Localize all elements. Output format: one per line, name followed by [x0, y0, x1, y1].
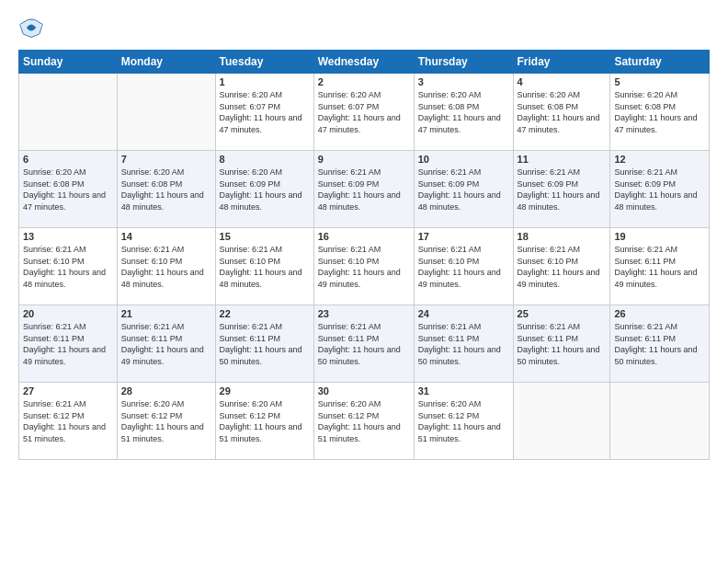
calendar-cell: 7Sunrise: 6:20 AM Sunset: 6:08 PM Daylig…: [117, 151, 215, 228]
day-number: 10: [418, 154, 509, 165]
day-info: Sunrise: 6:21 AM Sunset: 6:11 PM Dayligh…: [23, 321, 113, 367]
day-number: 9: [318, 154, 410, 165]
calendar-cell: 5Sunrise: 6:20 AM Sunset: 6:08 PM Daylig…: [610, 74, 710, 151]
day-number: 6: [23, 154, 113, 165]
day-info: Sunrise: 6:20 AM Sunset: 6:07 PM Dayligh…: [318, 89, 410, 135]
day-number: 19: [614, 231, 705, 242]
weekday-header-row: SundayMondayTuesdayWednesdayThursdayFrid…: [19, 51, 710, 74]
calendar-cell: 31Sunrise: 6:20 AM Sunset: 6:12 PM Dayli…: [414, 383, 513, 460]
weekday-header-thursday: Thursday: [414, 51, 513, 74]
day-info: Sunrise: 6:21 AM Sunset: 6:09 PM Dayligh…: [418, 167, 509, 213]
calendar-cell: 25Sunrise: 6:21 AM Sunset: 6:11 PM Dayli…: [513, 305, 610, 383]
day-number: 28: [121, 385, 211, 396]
day-number: 11: [518, 154, 607, 165]
day-number: 21: [121, 308, 211, 319]
day-number: 12: [614, 154, 705, 165]
day-info: Sunrise: 6:21 AM Sunset: 6:11 PM Dayligh…: [121, 321, 211, 367]
day-number: 13: [23, 231, 113, 242]
day-info: Sunrise: 6:21 AM Sunset: 6:11 PM Dayligh…: [614, 244, 705, 290]
calendar-cell: 2Sunrise: 6:20 AM Sunset: 6:07 PM Daylig…: [313, 74, 414, 151]
day-number: 31: [418, 385, 509, 396]
calendar-cell: [610, 383, 710, 460]
calendar-table: SundayMondayTuesdayWednesdayThursdayFrid…: [18, 50, 710, 460]
calendar-cell: [513, 383, 610, 460]
day-info: Sunrise: 6:21 AM Sunset: 6:09 PM Dayligh…: [518, 167, 607, 213]
day-info: Sunrise: 6:20 AM Sunset: 6:07 PM Dayligh…: [220, 89, 310, 135]
day-number: 4: [518, 76, 607, 87]
calendar-cell: 6Sunrise: 6:20 AM Sunset: 6:08 PM Daylig…: [19, 151, 118, 228]
day-info: Sunrise: 6:21 AM Sunset: 6:12 PM Dayligh…: [23, 398, 113, 444]
day-info: Sunrise: 6:21 AM Sunset: 6:11 PM Dayligh…: [418, 321, 509, 367]
calendar-cell: 19Sunrise: 6:21 AM Sunset: 6:11 PM Dayli…: [610, 228, 710, 305]
day-info: Sunrise: 6:20 AM Sunset: 6:12 PM Dayligh…: [418, 398, 509, 444]
week-row-1: 1Sunrise: 6:20 AM Sunset: 6:07 PM Daylig…: [19, 74, 710, 151]
weekday-header-saturday: Saturday: [610, 51, 710, 74]
calendar-cell: 18Sunrise: 6:21 AM Sunset: 6:10 PM Dayli…: [513, 228, 610, 305]
calendar-cell: [19, 74, 118, 151]
day-info: Sunrise: 6:21 AM Sunset: 6:11 PM Dayligh…: [318, 321, 410, 367]
calendar-cell: 16Sunrise: 6:21 AM Sunset: 6:10 PM Dayli…: [313, 228, 414, 305]
weekday-header-wednesday: Wednesday: [313, 51, 414, 74]
calendar-cell: 28Sunrise: 6:20 AM Sunset: 6:12 PM Dayli…: [117, 383, 215, 460]
day-info: Sunrise: 6:20 AM Sunset: 6:08 PM Dayligh…: [518, 89, 607, 135]
weekday-header-friday: Friday: [513, 51, 610, 74]
day-number: 22: [220, 308, 310, 319]
calendar-cell: 8Sunrise: 6:20 AM Sunset: 6:09 PM Daylig…: [215, 151, 313, 228]
calendar-cell: 3Sunrise: 6:20 AM Sunset: 6:08 PM Daylig…: [414, 74, 513, 151]
calendar-cell: 22Sunrise: 6:21 AM Sunset: 6:11 PM Dayli…: [215, 305, 313, 383]
day-number: 14: [121, 231, 211, 242]
calendar-cell: 29Sunrise: 6:20 AM Sunset: 6:12 PM Dayli…: [215, 383, 313, 460]
calendar-cell: 30Sunrise: 6:20 AM Sunset: 6:12 PM Dayli…: [313, 383, 414, 460]
day-number: 17: [418, 231, 509, 242]
calendar-cell: 23Sunrise: 6:21 AM Sunset: 6:11 PM Dayli…: [313, 305, 414, 383]
day-info: Sunrise: 6:20 AM Sunset: 6:12 PM Dayligh…: [220, 398, 310, 444]
logo: [18, 15, 48, 40]
calendar-cell: 1Sunrise: 6:20 AM Sunset: 6:07 PM Daylig…: [215, 74, 313, 151]
day-number: 1: [220, 76, 310, 87]
calendar-cell: [117, 74, 215, 151]
day-number: 29: [220, 385, 310, 396]
day-info: Sunrise: 6:21 AM Sunset: 6:09 PM Dayligh…: [614, 167, 705, 213]
calendar-cell: 27Sunrise: 6:21 AM Sunset: 6:12 PM Dayli…: [19, 383, 118, 460]
day-number: 23: [318, 308, 410, 319]
day-number: 3: [418, 76, 509, 87]
day-info: Sunrise: 6:21 AM Sunset: 6:10 PM Dayligh…: [121, 244, 211, 290]
day-info: Sunrise: 6:20 AM Sunset: 6:08 PM Dayligh…: [614, 89, 705, 135]
calendar-cell: 9Sunrise: 6:21 AM Sunset: 6:09 PM Daylig…: [313, 151, 414, 228]
weekday-header-tuesday: Tuesday: [215, 51, 313, 74]
header: [18, 15, 710, 40]
day-info: Sunrise: 6:21 AM Sunset: 6:10 PM Dayligh…: [23, 244, 113, 290]
day-info: Sunrise: 6:21 AM Sunset: 6:10 PM Dayligh…: [418, 244, 509, 290]
day-info: Sunrise: 6:20 AM Sunset: 6:08 PM Dayligh…: [23, 167, 113, 213]
calendar-cell: 24Sunrise: 6:21 AM Sunset: 6:11 PM Dayli…: [414, 305, 513, 383]
calendar-cell: 20Sunrise: 6:21 AM Sunset: 6:11 PM Dayli…: [19, 305, 118, 383]
week-row-5: 27Sunrise: 6:21 AM Sunset: 6:12 PM Dayli…: [19, 383, 710, 460]
day-number: 26: [614, 308, 705, 319]
calendar-cell: 12Sunrise: 6:21 AM Sunset: 6:09 PM Dayli…: [610, 151, 710, 228]
day-number: 2: [318, 76, 410, 87]
day-info: Sunrise: 6:20 AM Sunset: 6:08 PM Dayligh…: [418, 89, 509, 135]
calendar-cell: 21Sunrise: 6:21 AM Sunset: 6:11 PM Dayli…: [117, 305, 215, 383]
logo-icon: [18, 15, 44, 40]
day-number: 25: [518, 308, 607, 319]
day-number: 27: [23, 385, 113, 396]
calendar-cell: 10Sunrise: 6:21 AM Sunset: 6:09 PM Dayli…: [414, 151, 513, 228]
calendar-cell: 14Sunrise: 6:21 AM Sunset: 6:10 PM Dayli…: [117, 228, 215, 305]
day-number: 18: [518, 231, 607, 242]
day-number: 7: [121, 154, 211, 165]
calendar-cell: 11Sunrise: 6:21 AM Sunset: 6:09 PM Dayli…: [513, 151, 610, 228]
day-info: Sunrise: 6:20 AM Sunset: 6:12 PM Dayligh…: [318, 398, 410, 444]
day-info: Sunrise: 6:21 AM Sunset: 6:10 PM Dayligh…: [518, 244, 607, 290]
calendar-cell: 4Sunrise: 6:20 AM Sunset: 6:08 PM Daylig…: [513, 74, 610, 151]
week-row-3: 13Sunrise: 6:21 AM Sunset: 6:10 PM Dayli…: [19, 228, 710, 305]
weekday-header-sunday: Sunday: [19, 51, 118, 74]
day-info: Sunrise: 6:20 AM Sunset: 6:12 PM Dayligh…: [121, 398, 211, 444]
day-number: 15: [220, 231, 310, 242]
day-info: Sunrise: 6:21 AM Sunset: 6:10 PM Dayligh…: [220, 244, 310, 290]
calendar-cell: 13Sunrise: 6:21 AM Sunset: 6:10 PM Dayli…: [19, 228, 118, 305]
day-number: 20: [23, 308, 113, 319]
day-number: 5: [614, 76, 705, 87]
day-info: Sunrise: 6:21 AM Sunset: 6:11 PM Dayligh…: [220, 321, 310, 367]
day-number: 8: [220, 154, 310, 165]
day-number: 16: [318, 231, 410, 242]
